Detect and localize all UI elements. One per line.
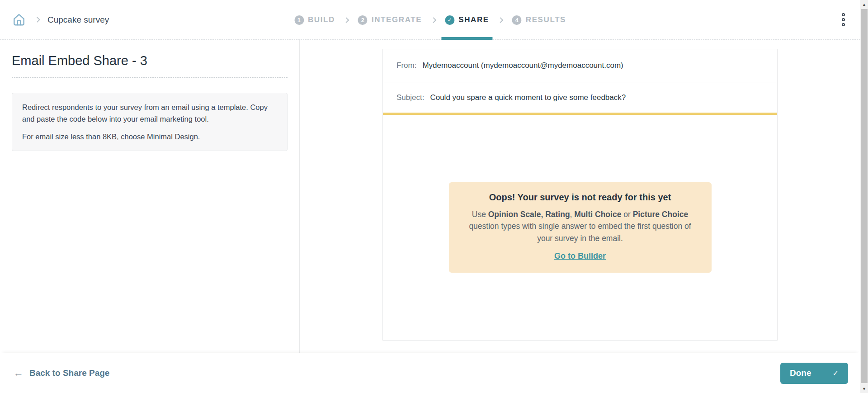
go-to-builder-link[interactable]: Go to Builder (554, 251, 606, 261)
chevron-right-icon (430, 17, 436, 23)
step-results[interactable]: 4 RESULTS (510, 0, 568, 40)
email-subject-row: Subject: Could you spare a quick moment … (383, 82, 777, 113)
email-body: Oops! Your survey is not ready for this … (383, 115, 777, 340)
done-button-label: Done (790, 368, 811, 378)
back-link-label: Back to Share Page (29, 368, 109, 378)
chevron-right-icon (344, 17, 349, 23)
kebab-menu-icon[interactable] (839, 10, 848, 29)
vertical-scrollbar[interactable]: ▲ ▼ (860, 0, 868, 393)
step-share[interactable]: ✓ SHARE (443, 0, 491, 40)
step-share-check-icon: ✓ (445, 15, 454, 25)
done-button[interactable]: Done ✓ (780, 363, 848, 384)
step-results-number: 4 (512, 15, 522, 25)
chevron-right-icon (34, 17, 40, 23)
breadcrumb: Cupcake survey (12, 12, 109, 28)
back-arrow-icon: ← (14, 368, 24, 378)
email-from-value: Mydemoaccount (mydemoaccount@mydemoaccou… (422, 61, 623, 70)
page-title: Email Embed Share - 3 (12, 53, 288, 78)
step-build-label: BUILD (308, 15, 335, 24)
chevron-right-icon (498, 17, 504, 23)
breadcrumb-survey-name[interactable]: Cupcake survey (47, 15, 109, 25)
step-integrate[interactable]: 2 INTEGRATE (356, 0, 424, 40)
warning-title: Oops! Your survey is not ready for this … (464, 192, 696, 203)
email-subject-label: Subject: (396, 93, 424, 102)
preview-area: From: Mydemoaccount (mydemoaccount@mydem… (300, 40, 860, 353)
scroll-up-icon[interactable]: ▲ (860, 0, 868, 8)
warning-text-segment: Opinion Scale, Rating (488, 210, 570, 219)
top-navbar: Cupcake survey 1 BUILD 2 INTEGRATE ✓ SHA… (0, 0, 860, 40)
warning-text-segment: Use (472, 210, 488, 219)
scrollbar-thumb[interactable] (861, 9, 868, 383)
step-build-number: 1 (294, 15, 304, 25)
page: Cupcake survey 1 BUILD 2 INTEGRATE ✓ SHA… (0, 0, 860, 393)
survey-not-ready-warning: Oops! Your survey is not ready for this … (449, 182, 712, 273)
step-build[interactable]: 1 BUILD (292, 0, 337, 40)
step-integrate-number: 2 (358, 15, 368, 25)
email-preview-card: From: Mydemoaccount (mydemoaccount@mydem… (382, 49, 778, 341)
progress-stepper: 1 BUILD 2 INTEGRATE ✓ SHARE 4 RESULTS (292, 0, 568, 40)
warning-text-segment: Multi Choice (574, 210, 621, 219)
email-from-row: From: Mydemoaccount (mydemoaccount@mydem… (383, 49, 777, 82)
kebab-dot (842, 13, 845, 16)
left-panel: Email Embed Share - 3 Redirect responden… (0, 40, 300, 353)
content-area: Email Embed Share - 3 Redirect responden… (0, 40, 860, 353)
step-share-label: SHARE (458, 15, 489, 24)
kebab-dot (842, 18, 845, 21)
info-paragraph-2: For email size less than 8KB, choose Min… (22, 131, 277, 142)
step-integrate-label: INTEGRATE (372, 15, 422, 24)
check-icon: ✓ (833, 369, 839, 378)
warning-text-segment: or (621, 210, 632, 219)
warning-text-segment: question types with single answer to emb… (469, 222, 691, 242)
back-to-share-link[interactable]: ← Back to Share Page (14, 368, 109, 378)
home-icon[interactable] (12, 12, 27, 28)
kebab-dot (842, 23, 845, 26)
warning-text-segment: , (570, 210, 575, 219)
email-subject-value: Could you spare a quick moment to give s… (430, 93, 626, 102)
warning-text: Use Opinion Scale, Rating, Multi Choice … (464, 208, 696, 244)
email-from-label: From: (396, 61, 416, 70)
info-box: Redirect respondents to your survey from… (12, 93, 288, 151)
bottom-bar: ← Back to Share Page Done ✓ (0, 353, 860, 393)
step-results-label: RESULTS (526, 15, 566, 24)
app-window: Cupcake survey 1 BUILD 2 INTEGRATE ✓ SHA… (0, 0, 868, 393)
warning-text-segment: Picture Choice (633, 210, 689, 219)
info-paragraph-1: Redirect respondents to your survey from… (22, 101, 277, 125)
scroll-down-icon[interactable]: ▼ (860, 385, 868, 393)
